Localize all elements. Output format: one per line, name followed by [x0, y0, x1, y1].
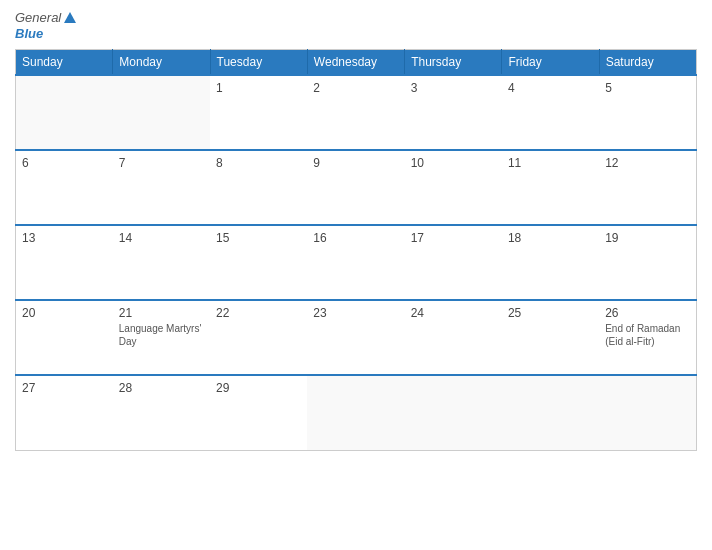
calendar-cell: 23 [307, 300, 404, 375]
calendar-cell: 24 [405, 300, 502, 375]
calendar-cell: 29 [210, 375, 307, 450]
calendar-cell: 9 [307, 150, 404, 225]
calendar-cell: 19 [599, 225, 696, 300]
day-number: 23 [313, 306, 398, 320]
day-number: 27 [22, 381, 107, 395]
day-number: 21 [119, 306, 204, 320]
calendar-week-1: 6789101112 [16, 150, 697, 225]
calendar-cell: 18 [502, 225, 599, 300]
day-number: 24 [411, 306, 496, 320]
calendar-cell: 21Language Martyrs' Day [113, 300, 210, 375]
calendar-cell: 10 [405, 150, 502, 225]
calendar-cell: 27 [16, 375, 113, 450]
day-number: 19 [605, 231, 690, 245]
day-number: 6 [22, 156, 107, 170]
logo: General Blue [15, 10, 76, 41]
event-label: Language Martyrs' Day [119, 322, 204, 348]
day-number: 8 [216, 156, 301, 170]
calendar-cell: 16 [307, 225, 404, 300]
calendar-cell: 5 [599, 75, 696, 150]
event-label: End of Ramadan (Eid al-Fitr) [605, 322, 690, 348]
weekday-header-sunday: Sunday [16, 50, 113, 76]
calendar-week-3: 2021Language Martyrs' Day2223242526End o… [16, 300, 697, 375]
calendar-cell: 17 [405, 225, 502, 300]
day-number: 20 [22, 306, 107, 320]
day-number: 15 [216, 231, 301, 245]
calendar-cell [599, 375, 696, 450]
calendar-cell: 20 [16, 300, 113, 375]
calendar-cell: 12 [599, 150, 696, 225]
calendar-cell [405, 375, 502, 450]
day-number: 16 [313, 231, 398, 245]
calendar-cell: 22 [210, 300, 307, 375]
calendar-cell: 3 [405, 75, 502, 150]
calendar-week-4: 272829 [16, 375, 697, 450]
day-number: 2 [313, 81, 398, 95]
calendar-cell: 2 [307, 75, 404, 150]
calendar-cell: 13 [16, 225, 113, 300]
day-number: 4 [508, 81, 593, 95]
calendar-cell: 28 [113, 375, 210, 450]
calendar-cell: 7 [113, 150, 210, 225]
day-number: 14 [119, 231, 204, 245]
day-number: 18 [508, 231, 593, 245]
logo-triangle-icon [64, 12, 76, 23]
weekday-header-row: SundayMondayTuesdayWednesdayThursdayFrid… [16, 50, 697, 76]
calendar-cell: 8 [210, 150, 307, 225]
calendar-cell: 1 [210, 75, 307, 150]
day-number: 28 [119, 381, 204, 395]
weekday-header-monday: Monday [113, 50, 210, 76]
calendar-cell: 25 [502, 300, 599, 375]
calendar-week-2: 13141516171819 [16, 225, 697, 300]
day-number: 1 [216, 81, 301, 95]
day-number: 11 [508, 156, 593, 170]
day-number: 22 [216, 306, 301, 320]
weekday-header-tuesday: Tuesday [210, 50, 307, 76]
day-number: 17 [411, 231, 496, 245]
calendar-cell [113, 75, 210, 150]
calendar-cell: 15 [210, 225, 307, 300]
weekday-header-thursday: Thursday [405, 50, 502, 76]
day-number: 9 [313, 156, 398, 170]
weekday-header-saturday: Saturday [599, 50, 696, 76]
day-number: 10 [411, 156, 496, 170]
day-number: 5 [605, 81, 690, 95]
weekday-header-friday: Friday [502, 50, 599, 76]
calendar-table: SundayMondayTuesdayWednesdayThursdayFrid… [15, 49, 697, 451]
day-number: 26 [605, 306, 690, 320]
calendar-cell: 14 [113, 225, 210, 300]
calendar-cell: 6 [16, 150, 113, 225]
day-number: 13 [22, 231, 107, 245]
calendar-week-0: 12345 [16, 75, 697, 150]
page-container: General Blue SundayMondayTuesdayWednesda… [0, 0, 712, 550]
day-number: 29 [216, 381, 301, 395]
logo-blue-text: Blue [15, 26, 43, 42]
calendar-cell: 4 [502, 75, 599, 150]
calendar-cell [16, 75, 113, 150]
day-number: 7 [119, 156, 204, 170]
logo-general-text: General [15, 10, 61, 26]
calendar-cell [502, 375, 599, 450]
calendar-cell: 26End of Ramadan (Eid al-Fitr) [599, 300, 696, 375]
day-number: 25 [508, 306, 593, 320]
calendar-cell [307, 375, 404, 450]
header: General Blue [15, 10, 697, 41]
day-number: 3 [411, 81, 496, 95]
day-number: 12 [605, 156, 690, 170]
weekday-header-wednesday: Wednesday [307, 50, 404, 76]
calendar-cell: 11 [502, 150, 599, 225]
